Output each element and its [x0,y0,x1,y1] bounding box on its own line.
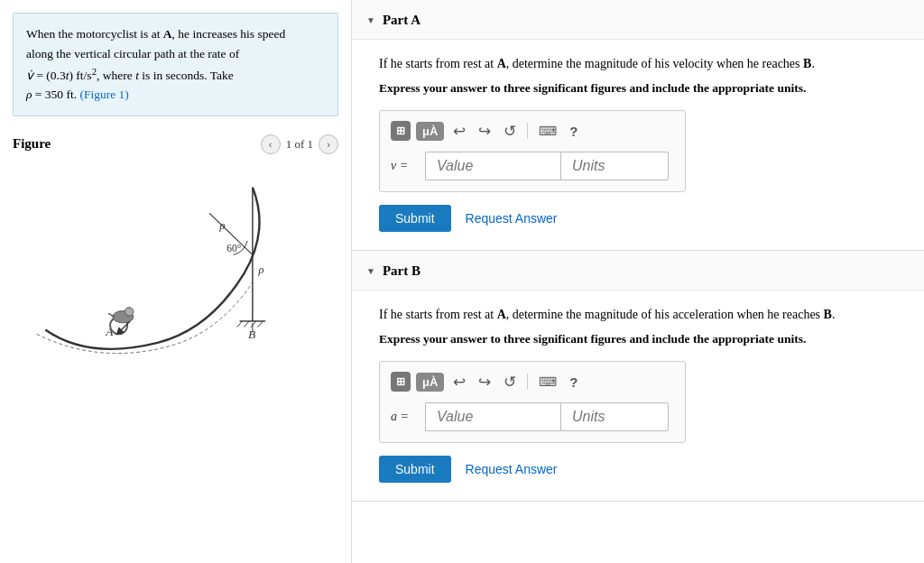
figure-label: Figure [13,136,51,152]
problem-statement: When the motorcyclist is at A, he increa… [13,13,338,116]
part-b-input-label: a = [391,410,418,424]
figure-diagram: B ρ 60° ρ A [13,162,328,360]
svg-text:ρ: ρ [219,218,226,231]
part-a-instruction: Express your answer to three significant… [379,80,897,97]
part-a-mu-btn[interactable]: μÀ [416,122,444,141]
part-b-request-answer-link[interactable]: Request Answer [466,462,558,476]
part-a-toolbar: ⊞ μÀ ↩ ↪ ↺ ⌨ ? [391,120,674,143]
part-a-answer-box: ⊞ μÀ ↩ ↪ ↺ ⌨ ? v = [379,110,686,192]
part-b-help-btn[interactable]: ? [566,373,581,392]
mu-label: μÀ [422,125,438,138]
part-b-toolbar-separator [527,374,528,390]
part-a-help-btn[interactable]: ? [566,122,581,141]
svg-rect-0 [20,162,322,360]
part-a-body: If he starts from rest at A, determine t… [352,40,924,250]
part-a-keyboard-btn[interactable]: ⌨ [535,122,560,140]
part-b-label: Part B [383,263,420,279]
problem-equation: v̇ = (0.3t) ft/s2, where t is in seconds… [26,69,234,82]
part-b-matrix-icon: ⊞ [396,375,405,388]
part-b-keyboard-btn[interactable]: ⌨ [535,373,560,391]
part-b-collapse-icon: ▼ [366,266,375,276]
part-a-matrix-btn[interactable]: ⊞ [391,121,411,141]
figure-next-button[interactable]: › [319,134,338,154]
matrix-icon: ⊞ [396,125,405,137]
part-b-matrix-btn[interactable]: ⊞ [391,372,411,392]
part-a-undo-btn[interactable]: ↩ [449,120,469,143]
part-a-units-input[interactable] [560,152,669,180]
figure-header: Figure ‹ 1 of 1 › [13,134,338,154]
part-a-request-answer-link[interactable]: Request Answer [466,211,558,226]
part-a-collapse-icon: ▼ [366,15,375,25]
part-a-input-label: v = [391,159,418,173]
part-b-answer-box: ⊞ μÀ ↩ ↪ ↺ ⌨ ? a = [379,361,686,443]
part-a-question: If he starts from rest at A, determine t… [379,54,897,73]
part-a-input-row: v = [391,152,674,180]
part-a-redo-btn[interactable]: ↪ [475,120,494,143]
figure-page-indicator: 1 of 1 [286,137,313,152]
part-b-actions: Submit Request Answer [379,456,897,483]
figure-nav: ‹ 1 of 1 › [261,134,338,154]
part-b-units-input[interactable] [560,402,669,431]
right-panel: ▼ Part A If he starts from rest at A, de… [352,0,924,563]
part-b-refresh-btn[interactable]: ↺ [500,371,520,393]
part-a-section: ▼ Part A If he starts from rest at A, de… [352,0,924,251]
svg-text:60°: 60° [226,243,241,254]
part-a-actions: Submit Request Answer [379,205,897,232]
part-b-header[interactable]: ▼ Part B [352,251,924,291]
part-b-toolbar: ⊞ μÀ ↩ ↪ ↺ ⌨ ? [391,371,674,393]
part-b-question: If he starts from rest at A, determine t… [379,305,897,324]
part-a-label: Part A [383,13,420,28]
figure-prev-button[interactable]: ‹ [261,134,281,154]
part-b-input-row: a = [391,402,674,431]
part-b-body: If he starts from rest at A, determine t… [352,291,924,501]
svg-text:B: B [248,328,255,341]
part-a-value-input[interactable] [425,152,560,180]
figure-section: Figure ‹ 1 of 1 › B [0,129,351,563]
part-b-instruction: Express your answer to three significant… [379,331,897,348]
problem-line1: When the motorcyclist is at A, he increa… [26,27,285,60]
part-b-mu-btn[interactable]: μÀ [416,373,444,392]
part-b-mu-label: μÀ [422,375,438,389]
toolbar-separator [527,123,528,139]
part-a-header[interactable]: ▼ Part A [352,0,924,40]
figure-link[interactable]: (Figure 1) [79,88,128,101]
part-a-refresh-btn[interactable]: ↺ [500,120,520,143]
problem-rho: ρ = 350 ft. (Figure 1) [26,88,129,101]
part-b-value-input[interactable] [425,402,560,431]
part-b-submit-button[interactable]: Submit [379,456,451,483]
part-b-undo-btn[interactable]: ↩ [449,371,469,393]
svg-text:ρ: ρ [258,263,264,276]
part-b-redo-btn[interactable]: ↪ [475,371,494,393]
part-b-section: ▼ Part B If he starts from rest at A, de… [352,251,924,502]
part-a-submit-button[interactable]: Submit [379,205,451,232]
svg-point-16 [125,308,134,317]
